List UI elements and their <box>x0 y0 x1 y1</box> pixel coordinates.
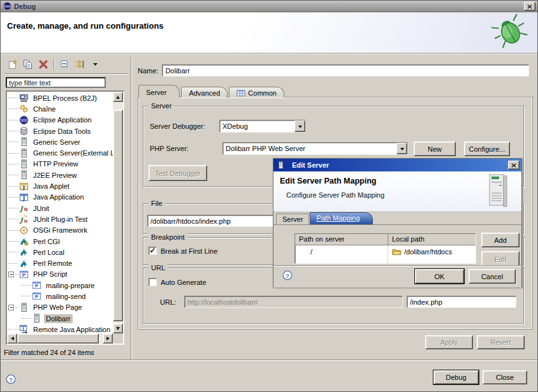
delete-configuration-button[interactable] <box>36 57 51 71</box>
tree-item-eclipse-application[interactable]: Eclipse Application <box>7 115 113 126</box>
tree-item-java-applet[interactable]: JJava Applet <box>7 180 113 191</box>
configure-server-button[interactable]: Configure... <box>464 142 510 156</box>
tree-item-php-web-page[interactable]: PHP Web Page <box>7 302 113 313</box>
cancel-button[interactable]: Cancel <box>469 269 516 284</box>
collapse-all-button[interactable] <box>57 57 72 71</box>
tree-item-mailing-send[interactable]: Pmailing-send <box>7 291 113 301</box>
close-icon <box>527 4 532 9</box>
tree-item-dolibarr[interactable]: Dolibarr <box>7 313 113 324</box>
tree-item-j2ee-preview[interactable]: J2EE Preview <box>7 170 113 180</box>
server-icon <box>32 314 42 323</box>
dialog-titlebar[interactable]: Edit Server <box>273 159 521 171</box>
help-icon[interactable]: ? <box>6 374 16 384</box>
dropdown-button[interactable] <box>294 120 305 132</box>
tree-item-label: Perl Remote <box>31 259 74 268</box>
horizontal-scrollbar-thumb[interactable] <box>17 333 99 344</box>
php-server-select[interactable]: Dolibarr PHP Web Server <box>222 142 408 155</box>
tree-item-perl-cgi[interactable]: Perl CGI <box>7 236 113 247</box>
dropdown-button[interactable] <box>396 143 407 154</box>
svg-text:J: J <box>22 195 25 201</box>
vertical-scrollbar-thumb[interactable] <box>113 110 123 321</box>
bpel-process-icon <box>19 93 29 103</box>
revert-button[interactable]: Revert <box>477 335 525 349</box>
path-on-server-cell: / <box>295 245 388 256</box>
dialog-tab-server[interactable]: Server <box>276 214 309 224</box>
edit-mapping-button[interactable]: Edit <box>481 251 520 265</box>
tree-horizontal-scrollbar[interactable] <box>7 333 113 344</box>
configurations-tree: BPEL Process (B2J)ChaîneEclipse Applicat… <box>6 91 124 345</box>
tree-item-cha-ne[interactable]: Chaîne <box>7 103 113 114</box>
close-button[interactable]: Close <box>483 370 527 384</box>
window-close-button[interactable] <box>524 2 535 11</box>
apply-revert-row: Apply Revert <box>138 335 533 349</box>
php-server-label: PHP Server: <box>150 145 189 152</box>
name-input[interactable] <box>162 64 529 76</box>
break-first-line-checkbox[interactable] <box>149 247 157 255</box>
breakpoint-group-legend: Breakpoint <box>149 233 187 241</box>
dialog-close-button[interactable] <box>508 161 520 170</box>
php-icon: P <box>32 291 42 301</box>
tree-item-label: JUnit Plug-in Test <box>31 215 89 224</box>
tab-common[interactable]: Common <box>229 87 284 98</box>
svg-text:P: P <box>22 272 26 278</box>
add-mapping-button[interactable]: Add <box>481 233 520 247</box>
svg-text:u: u <box>24 206 28 212</box>
tree-collapse-icon[interactable] <box>8 305 14 310</box>
debug-button[interactable]: Debug <box>433 370 479 384</box>
tab-advanced[interactable]: Advanced <box>181 87 228 98</box>
dialog-help-icon[interactable]: ? <box>282 270 293 280</box>
tree-item-mailing-prepare[interactable]: Pmailing-prepare <box>7 280 113 291</box>
tree-item-label: Java Application <box>31 192 86 201</box>
tree-item-generic-server-external-la[interactable]: Generic Server(External La <box>7 147 113 158</box>
window-titlebar[interactable]: Debug <box>1 1 537 12</box>
dialog-heading: Edit Server Path Mapping <box>280 177 376 185</box>
tree-item-osgi-framework[interactable]: OSGi Framework <box>7 225 113 236</box>
tree-item-label: Dolibarr <box>44 314 73 323</box>
new-configuration-button[interactable] <box>5 57 20 71</box>
scroll-left-button[interactable] <box>7 333 17 344</box>
filter-menu-dropdown[interactable] <box>87 57 103 71</box>
tree-item-java-application[interactable]: JJava Application <box>7 192 113 203</box>
filter-input[interactable] <box>6 77 106 88</box>
tree-item-php-script[interactable]: PPHP Script <box>7 269 113 280</box>
column-path-on-server[interactable]: Path on server <box>295 234 388 245</box>
scroll-right-button[interactable] <box>103 333 113 344</box>
tree-item-bpel-process-b2j[interactable]: BPEL Process (B2J) <box>7 92 113 103</box>
arrow-up-icon <box>116 94 120 99</box>
duplicate-configuration-button[interactable] <box>20 57 36 71</box>
scroll-down-button[interactable] <box>113 323 123 333</box>
scroll-up-button[interactable] <box>113 92 123 102</box>
tree-item-perl-local[interactable]: Perl Local <box>7 247 113 258</box>
tree-view: BPEL Process (B2J)ChaîneEclipse Applicat… <box>7 92 113 333</box>
tab-advanced-label: Advanced <box>189 89 220 97</box>
dialog-header: Edit Server Path Mapping Configure Serve… <box>273 171 521 212</box>
server-debugger-select[interactable]: XDebug <box>219 120 306 133</box>
tree-vertical-scrollbar[interactable] <box>113 92 123 333</box>
tree-item-junit[interactable]: JuJUnit <box>7 203 113 214</box>
tree-item-junit-plug-in-test[interactable]: JuJUnit Plug-in Test <box>7 214 113 224</box>
dialog-tab-path-mapping[interactable]: Path Mapping <box>310 212 373 224</box>
column-local-path[interactable]: Local path <box>388 234 476 245</box>
tree-item-remote-java-application[interactable]: JRemote Java Application <box>7 324 113 333</box>
auto-generate-checkbox[interactable] <box>149 278 157 286</box>
filter-configurations-button[interactable] <box>72 57 87 71</box>
folder-icon <box>392 248 402 256</box>
tree-collapse-icon[interactable] <box>8 272 14 277</box>
tree-item-perl-remote[interactable]: Perl Remote <box>7 258 113 268</box>
tree-item-label: Chaîne <box>31 105 57 113</box>
server-tower-icon <box>486 173 511 210</box>
dialog-tabs: Server Path Mapping <box>273 212 521 225</box>
tab-server[interactable]: Server <box>138 85 180 98</box>
path-mapping-row[interactable]: //dolibarr/htdocs <box>295 245 476 256</box>
tree-item-generic-server[interactable]: Generic Server <box>7 136 113 147</box>
tree-item-eclipse-data-tools[interactable]: Eclipse Data Tools <box>7 126 113 136</box>
test-debugger-button[interactable]: Test Debugger <box>149 165 207 181</box>
apply-button[interactable]: Apply <box>425 335 473 349</box>
ok-button[interactable]: OK <box>415 269 464 284</box>
new-server-button[interactable]: New <box>414 142 456 156</box>
chevron-down-icon <box>400 148 404 152</box>
panel-divider <box>131 57 131 359</box>
tree-item-http-preview[interactable]: HTTP Preview <box>7 159 113 170</box>
url-label: URL: <box>160 298 176 306</box>
url-path-input[interactable] <box>407 296 516 308</box>
